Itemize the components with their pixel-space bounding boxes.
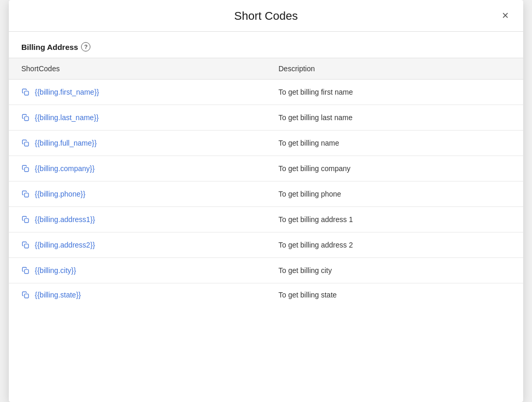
description-cell: To get billing first name [266,80,523,105]
table-row: {{billing.phone}}To get billing phone [9,181,523,207]
shortcode-text: {{billing.first_name}} [35,88,99,96]
copy-icon[interactable] [21,164,30,173]
copy-icon[interactable] [21,88,30,96]
copy-icon[interactable] [21,241,30,249]
modal-dialog: Short Codes × Billing Address ? ShortCod… [9,0,523,402]
shortcode-cell: {{billing.first_name}} [9,80,266,105]
shortcode-cell: {{billing.last_name}} [9,105,266,131]
section-header: Billing Address ? [9,32,523,58]
modal-overlay: Short Codes × Billing Address ? ShortCod… [0,0,532,402]
modal-body: Billing Address ? ShortCodes Description [9,32,523,402]
description-cell: To get billing state [266,283,523,304]
svg-rect-6 [24,244,29,248]
shortcodes-table: ShortCodes Description {{billing.first_n… [9,58,523,303]
table-row: {{billing.address1}}To get billing addre… [9,207,523,232]
shortcode-text: {{billing.address1}} [35,215,95,224]
copy-icon[interactable] [21,113,30,122]
svg-rect-5 [24,218,29,223]
svg-rect-0 [24,91,29,95]
section-title: Billing Address ? [21,42,511,51]
modal-title: Short Codes [234,9,298,23]
shortcode-text: {{billing.address2}} [35,241,95,249]
copy-icon[interactable] [21,291,30,299]
shortcode-text: {{billing.company}} [35,164,95,173]
shortcode-cell: {{billing.address2}} [9,232,266,258]
copy-icon[interactable] [21,266,30,275]
svg-rect-3 [24,167,29,172]
description-cell: To get billing address 1 [266,207,523,232]
table-container[interactable]: ShortCodes Description {{billing.first_n… [9,58,523,402]
copy-icon[interactable] [21,139,30,147]
svg-rect-7 [24,269,29,274]
shortcode-text: {{billing.phone}} [35,190,85,198]
column-header-description: Description [266,58,523,80]
svg-rect-8 [24,294,29,298]
close-button[interactable]: × [498,8,513,23]
table-row: {{billing.last_name}}To get billing last… [9,105,523,131]
table-row: {{billing.city}}To get billing city [9,258,523,283]
description-cell: To get billing address 2 [266,232,523,258]
shortcode-cell: {{billing.phone}} [9,181,266,207]
shortcode-text: {{billing.city}} [35,266,76,275]
shortcode-cell: {{billing.address1}} [9,207,266,232]
table-row: {{billing.full_name}}To get billing name [9,131,523,156]
table-row: {{billing.first_name}}To get billing fir… [9,80,523,105]
column-header-shortcodes: ShortCodes [9,58,266,80]
description-cell: To get billing company [266,156,523,181]
svg-rect-1 [24,116,29,121]
section-title-text: Billing Address [21,43,78,51]
shortcode-text: {{billing.last_name}} [35,113,99,122]
shortcode-text: {{billing.state}} [35,291,81,299]
description-cell: To get billing last name [266,105,523,131]
description-cell: To get billing name [266,131,523,156]
shortcode-text: {{billing.full_name}} [35,139,97,147]
svg-rect-4 [24,193,29,197]
copy-icon[interactable] [21,215,30,224]
shortcode-cell: {{billing.company}} [9,156,266,181]
copy-icon[interactable] [21,190,30,198]
description-cell: To get billing phone [266,181,523,207]
shortcode-cell: {{billing.state}} [9,283,266,304]
help-icon[interactable]: ? [81,42,90,51]
modal-header: Short Codes × [9,0,523,32]
shortcode-cell: {{billing.full_name}} [9,131,266,156]
svg-rect-2 [24,142,29,146]
table-row: {{billing.address2}}To get billing addre… [9,232,523,258]
table-row: {{billing.state}}To get billing state [9,283,523,304]
shortcode-cell: {{billing.city}} [9,258,266,283]
description-cell: To get billing city [266,258,523,283]
table-header-row: ShortCodes Description [9,58,523,80]
table-row: {{billing.company}}To get billing compan… [9,156,523,181]
